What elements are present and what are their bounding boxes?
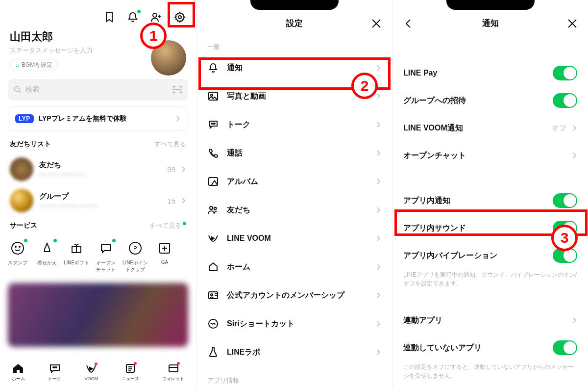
bookmark-icon[interactable]: [103, 11, 116, 24]
section-general-label: 一般: [196, 37, 392, 53]
bgm-label: BGMを設定: [22, 61, 52, 69]
settings-call-row[interactable]: 通話: [196, 139, 392, 167]
settings-friends-row[interactable]: 友だち: [196, 196, 392, 224]
friends-title: 友だちリスト: [10, 140, 51, 149]
svg-point-2: [15, 87, 20, 92]
bell-icon: [207, 62, 219, 74]
service-openchat[interactable]: オープン チャット: [91, 240, 121, 273]
tab-talk[interactable]: トーク: [48, 362, 61, 382]
notif-linepay-row[interactable]: LINE Pay: [392, 59, 588, 87]
bell-icon[interactable]: [126, 11, 139, 24]
chevron-right-icon: [376, 235, 381, 242]
chevron-right-icon: [376, 320, 381, 327]
row-value: オフ: [552, 124, 566, 133]
friends-section-head: 友だちリスト すべて見る: [0, 140, 196, 154]
svg-point-10: [53, 367, 54, 368]
row-label: 写真と動画: [227, 91, 368, 102]
list-item[interactable]: 友だち ━━ ━━━ ━━━━ ━━━ 99: [0, 154, 196, 185]
siri-icon: [207, 318, 219, 330]
brush-icon: [39, 240, 55, 257]
settings-talk-row[interactable]: トーク: [196, 110, 392, 139]
close-icon[interactable]: [565, 17, 579, 30]
tab-wallet[interactable]: ウォレット: [162, 362, 184, 382]
settings-album-row[interactable]: アルバム: [196, 167, 392, 196]
service-theme[interactable]: 着せかえ: [32, 240, 62, 273]
profile-avatar[interactable]: [151, 40, 186, 76]
notif-voom-row[interactable]: LINE VOOM通知 オフ: [392, 114, 588, 142]
notif-inapp-vibration-row[interactable]: アプリ内バイブレーション: [392, 242, 588, 269]
friends-see-all[interactable]: すべて見る: [154, 140, 186, 149]
gear-icon[interactable]: [173, 11, 186, 24]
tab-news[interactable]: ニュース: [122, 362, 139, 382]
row-label: 連動アプリ: [403, 315, 566, 326]
chevron-right-icon: [376, 64, 381, 71]
scan-icon[interactable]: [172, 85, 182, 94]
bottom-tabbar: ホーム トーク VOOM ニュース ウォレット: [0, 357, 196, 387]
toggle-switch[interactable]: [553, 248, 577, 263]
service-pointclub[interactable]: P LINEポイン トクラブ: [121, 240, 150, 273]
svg-point-24: [211, 294, 213, 296]
lyp-premium-card[interactable]: LYP LYPプレミアムを無料で体験: [8, 106, 188, 131]
chevron-right-icon: [572, 125, 577, 131]
close-icon[interactable]: [369, 17, 383, 30]
chevron-right-icon: [572, 317, 577, 324]
notif-unlinked-apps-row[interactable]: 連動していないアプリ: [392, 334, 588, 361]
svg-point-11: [54, 367, 55, 368]
screen-home: 山田太郎 ステータスメッセージを入力 ♫ BGMを設定 検索 LYP LYPプレ…: [0, 0, 196, 387]
settings-voom-row[interactable]: LINE VOOM: [196, 224, 392, 253]
svg-rect-20: [209, 178, 218, 185]
svg-point-16: [211, 94, 213, 96]
service-more[interactable]: GA: [150, 240, 179, 273]
toggle-switch[interactable]: [553, 221, 577, 235]
svg-point-4: [15, 246, 16, 247]
search-input[interactable]: 検索: [8, 79, 188, 101]
toggle-switch[interactable]: [553, 93, 577, 108]
image-icon: [207, 90, 219, 102]
list-item[interactable]: グループ ━ ━━━━ ━━━━━ ━━ ━━━ 15: [0, 185, 196, 216]
screen-notifications-settings: 通知 LINE Pay グループへの招待 LINE VOOM通知 オフ オープン…: [392, 0, 588, 387]
row-label: グループへの招待: [403, 96, 547, 106]
voom-icon: [207, 232, 219, 244]
bgm-button[interactable]: ♫ BGMを設定: [10, 59, 58, 71]
notif-openchat-row[interactable]: オープンチャット: [392, 142, 588, 169]
svg-rect-14: [169, 365, 178, 372]
play-icon: [85, 362, 98, 375]
settings-notifications-row[interactable]: 通知: [196, 53, 392, 82]
home-top-icons: [0, 0, 196, 28]
settings-photos-row[interactable]: 写真と動画: [196, 82, 392, 110]
settings-title: 設定: [286, 18, 303, 29]
chevron-right-icon: [376, 349, 381, 356]
notif-inapp-notify-row[interactable]: アプリ内通知: [392, 187, 588, 214]
row-label: LINE VOOM: [227, 234, 368, 243]
toggle-switch[interactable]: [553, 340, 577, 355]
svg-point-0: [153, 13, 157, 17]
tab-home[interactable]: ホーム: [12, 362, 25, 382]
services-section-head: サービス すべて見る: [0, 221, 196, 235]
service-grid: スタンプ 着せかえ LINEギフト オープン チャット P LINEポイン トク…: [0, 235, 196, 277]
row-label: アプリ内バイブレーション: [403, 251, 547, 261]
tab-voom[interactable]: VOOM: [85, 362, 98, 381]
settings-lab-row[interactable]: LINEラボ: [196, 338, 392, 366]
settings-home-row[interactable]: ホーム: [196, 253, 392, 281]
toggle-switch[interactable]: [553, 193, 577, 208]
music-note-icon: ♫: [15, 62, 20, 69]
promo-banner[interactable]: [8, 283, 188, 347]
add-friend-icon[interactable]: [150, 11, 163, 24]
back-icon[interactable]: [401, 17, 415, 30]
notif-group-invite-row[interactable]: グループへの招待: [392, 87, 588, 114]
settings-membership-row[interactable]: 公式アカウントのメンバーシップ: [196, 281, 392, 310]
notif-inapp-sound-row[interactable]: アプリ内サウンド: [392, 214, 588, 242]
service-stamp[interactable]: スタンプ: [3, 240, 32, 273]
chevron-right-icon: [376, 150, 381, 156]
services-see-all[interactable]: すべて見る: [149, 221, 186, 230]
toggle-switch[interactable]: [553, 66, 577, 80]
row-label: LINE Pay: [403, 69, 547, 77]
plus-icon: [156, 240, 173, 257]
row-label: LINE VOOM通知: [403, 123, 546, 133]
smile-icon: [9, 240, 26, 257]
chevron-right-icon: [181, 166, 186, 173]
settings-siri-row[interactable]: Siriショートカット: [196, 310, 392, 338]
notif-linked-apps-row[interactable]: 連動アプリ: [392, 307, 588, 334]
service-gift[interactable]: LINEギフト: [62, 240, 91, 273]
friends-icon: [207, 204, 219, 216]
